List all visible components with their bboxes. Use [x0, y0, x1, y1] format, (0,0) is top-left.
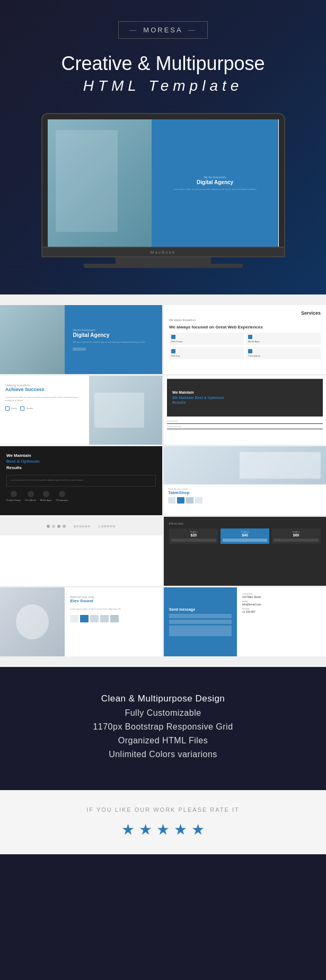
mock-service-label-3: Branding: [171, 354, 242, 357]
mock-feature-label-4: Photography: [56, 499, 68, 501]
contact-info-email: EMAIL info@email.com: [242, 600, 321, 606]
preview-cell-logos: BANANA LONDON: [0, 517, 162, 586]
feature-item-5: Unlimited Colors variarions: [16, 750, 310, 759]
mock-hero-desc: We are a full service creative agency sp…: [73, 341, 154, 343]
mock-btn-1: [73, 348, 86, 351]
mock-services-sub: We always focused on: [169, 318, 321, 322]
mock-achieve-title: Achieve Success: [5, 387, 84, 393]
mock-case-image: [0, 587, 65, 656]
maintain-title: We MaintainWe Maintain Best & OptimumRes…: [172, 390, 224, 405]
mock-service-icon-2: [248, 335, 252, 339]
mock-achieve-text: Lorem ipsum dolor sit amet consectetur a…: [5, 396, 84, 402]
elevsound-thumbnails: [70, 615, 157, 622]
price-btn-1: [171, 539, 216, 542]
mock-services-title: Services: [169, 310, 321, 316]
mock-achieve-icon-2: [20, 406, 24, 411]
price-amount-3: $60: [274, 533, 319, 537]
maintain-feature-item-2: Custom Design: [167, 424, 323, 429]
preview-grid: We Are Everyone's Digital Agency We are …: [0, 305, 326, 656]
mock-service-icon-3: [171, 349, 175, 353]
mock-case-content: Read the case study Elev Sound Lorem ips…: [65, 587, 162, 656]
mock-achieve-left: Helping brands to Achieve Success Lorem …: [0, 376, 89, 445]
price-amount-1: $20: [171, 533, 216, 537]
laptop-mockup: We Are Everyone's Digital Agency Lorem i…: [11, 113, 315, 268]
preview-cell-maintain-dark: We MaintainBest & OptimumResults Lorem i…: [0, 446, 162, 515]
preview-cell-services: Services We always focused on We always …: [164, 305, 326, 374]
logo-dot-4: [63, 525, 66, 528]
contact-message-field: [169, 626, 232, 636]
preview-cell-hero: We Are Everyone's Digital Agency We are …: [0, 305, 162, 374]
tableshop-content: Read the case study TableShop: [164, 484, 326, 507]
preview-cell-achieve: Helping brands to Achieve Success Lorem …: [0, 376, 162, 445]
pricing-label: PRICING: [169, 522, 321, 525]
mock-service-item-1: Web Design: [169, 333, 244, 345]
maintain-features: Fast Speed Custom Design: [167, 419, 323, 429]
mock-pricing: PRICING PLAN 1 $20 PLAN 2 $40 PLAN 3 $: [164, 517, 326, 586]
laptop-agency-text: Lorem ipsum dolor sit amet consectetur a…: [162, 188, 268, 190]
preview-section: We Are Everyone's Digital Agency We are …: [0, 294, 326, 667]
mock-achieve: Helping brands to Achieve Success Lorem …: [0, 376, 162, 445]
elevsound-thumb-5: [110, 615, 119, 622]
mock-logo-banana: BANANA: [74, 525, 91, 528]
star-1: ★: [121, 821, 135, 838]
mock-feature-icon-1: [11, 491, 17, 497]
preview-cell-contact: Send message LOCATION 123 Main Street EM…: [164, 587, 326, 656]
contact-field-2: [169, 620, 232, 624]
logo-dot-1: [47, 525, 50, 528]
stars-container: ★ ★ ★ ★ ★: [11, 821, 315, 838]
mock-service-item-2: Mobile Apps: [246, 333, 321, 345]
mock-hero-content: We Are Everyone's Digital Agency We are …: [65, 305, 162, 374]
laptop-screen-right: We Are Everyone's Digital Agency Lorem i…: [152, 119, 279, 247]
laptop-agency-title: Digital Agency: [162, 179, 268, 186]
mock-hero-image: [0, 305, 65, 374]
mock-contact: Send message LOCATION 123 Main Street EM…: [164, 587, 326, 656]
laptop-screen-inner: We Are Everyone's Digital Agency Lorem i…: [48, 119, 279, 247]
feature-item-4: Organized HTML Files: [16, 736, 310, 745]
tableshop-title: TableShop: [168, 490, 322, 495]
mock-feature-2: Print Media: [25, 491, 36, 501]
price-btn-2: [223, 539, 268, 542]
features-section: Clean & Multipurpose Design Fully Custom…: [0, 667, 326, 790]
preview-cell-maintain-right: We MaintainWe Maintain Best & OptimumRes…: [164, 376, 326, 445]
mock-logo-london: LONDON: [99, 525, 116, 528]
mock-dark-title: We MaintainBest & OptimumResults: [6, 453, 156, 471]
star-5: ★: [191, 821, 205, 838]
mock-service-icon-4: [248, 349, 252, 353]
elevsound-thumb-3: [90, 615, 99, 622]
star-4: ★: [174, 821, 187, 838]
price-card-1: PLAN 1 $20: [169, 528, 218, 544]
mock-feature-icon-2: [28, 491, 34, 497]
hero-section: MORESA Creative & Multipurpose HTML Temp…: [0, 0, 326, 294]
mock-feature-1: Graphic Design: [6, 491, 21, 501]
tableshop-thumbnails: [168, 497, 322, 504]
brand-name: MORESA: [143, 26, 182, 34]
maintain-feature-item-1: Fast Speed: [167, 419, 323, 424]
laptop-foot: [84, 264, 243, 268]
star-2: ★: [139, 821, 152, 838]
mock-service-label-2: Mobile Apps: [248, 340, 319, 343]
laptop-hero-image: [48, 119, 152, 247]
laptop-body: We Are Everyone's Digital Agency Lorem i…: [41, 113, 285, 268]
mock-dark: We MaintainBest & OptimumResults Lorem i…: [0, 446, 162, 515]
brand-badge: MORESA: [118, 21, 207, 39]
tableshop-thumb-2: [177, 497, 184, 504]
feature-item-1: Clean & Multipurpose Design: [16, 693, 310, 704]
elevsound-desc: Lorem ipsum dolor sit amet consectetur a…: [70, 608, 157, 611]
laptop-brand-label: MacBook: [151, 250, 175, 255]
laptop-base: MacBook: [41, 248, 285, 257]
mock-services-headline: We always focused on Great Web Experienc…: [169, 325, 321, 329]
contact-info-phone: PHONE +1 234 567: [242, 608, 321, 613]
mock-service-grid: Web Design Mobile Apps Branding Photogra…: [169, 333, 321, 359]
mock-features: Graphic Design Print Media Mobile Apps P…: [6, 491, 156, 501]
tableshop-thumb-3: [186, 497, 193, 504]
mock-feature-label-2: Print Media: [25, 499, 36, 501]
price-amount-2: $40: [223, 533, 268, 537]
tableshop-img-placeholder: [240, 452, 321, 479]
laptop-stand: [116, 257, 211, 264]
tableshop-thumb-4: [195, 497, 202, 504]
mock-services: Services We always focused on We always …: [164, 305, 326, 374]
mock-hero-left: We Are Everyone's Digital Agency We are …: [0, 305, 162, 374]
mock-hero-title: Digital Agency: [73, 332, 154, 339]
mock-feature-icon-4: [59, 491, 65, 497]
feature-item-3: 1170px Bootstrap Responsive Grid: [16, 722, 310, 732]
